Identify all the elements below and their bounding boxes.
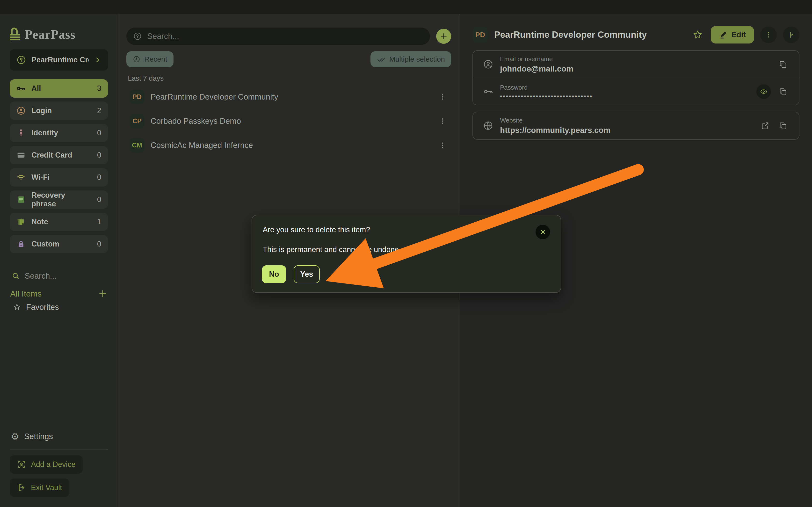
category-nav: All 3 Login 2 xyxy=(10,79,108,253)
all-items-row: All Items xyxy=(10,288,108,300)
favorites-label: Favorites xyxy=(26,302,59,312)
all-items-label[interactable]: All Items xyxy=(10,289,98,298)
vault-keyhole-icon xyxy=(16,55,26,65)
settings-button[interactable]: ⚙ Settings xyxy=(10,430,108,443)
list-search-input[interactable] xyxy=(147,32,423,41)
sidebar-item-count: 1 xyxy=(97,218,101,226)
add-device-label: Add a Device xyxy=(31,460,75,469)
more-options-button[interactable] xyxy=(760,26,777,43)
sidebar-item-label: Recovery phrase xyxy=(32,191,91,208)
globe-icon xyxy=(483,121,493,131)
recovery-document-icon xyxy=(16,195,25,204)
sidebar-item-recovery-phrase[interactable]: Recovery phrase 0 xyxy=(10,190,108,209)
sidebar-item-identity[interactable]: Identity 0 xyxy=(10,124,108,142)
collapse-panel-icon xyxy=(787,31,795,39)
delete-confirmation-dialog: Are you sure to delete this item? This i… xyxy=(251,215,561,293)
item-avatar: CM xyxy=(130,138,144,153)
list-item[interactable]: CP Corbado Passkeys Demo xyxy=(126,109,451,133)
kebab-icon xyxy=(765,31,772,39)
window-titlebar xyxy=(0,0,812,14)
add-device-button[interactable]: Add a Device xyxy=(10,455,83,474)
multiple-selection-chip[interactable]: Multiple selection xyxy=(370,51,451,67)
sidebar-search-input[interactable] xyxy=(25,271,106,281)
recent-chip-label: Recent xyxy=(144,55,167,63)
edit-button[interactable]: Edit xyxy=(711,26,754,44)
vault-name: PearRuntime Cre... xyxy=(32,56,89,64)
chevron-right-icon xyxy=(94,56,101,64)
sidebar-item-count: 0 xyxy=(97,128,101,137)
favorite-star-icon[interactable] xyxy=(691,28,704,42)
sidebar-item-label: All xyxy=(32,84,91,93)
key-icon xyxy=(483,87,493,97)
sidebar-item-label: Identity xyxy=(32,128,91,137)
dialog-question: Are you sure to delete this item? xyxy=(263,225,370,234)
reveal-password-button[interactable] xyxy=(756,84,771,99)
sidebar-search[interactable] xyxy=(10,270,108,282)
sidebar-item-count: 2 xyxy=(97,106,101,115)
sidebar-item-note[interactable]: Note 1 xyxy=(10,213,108,231)
list-item[interactable]: PD PearRuntime Developer Community xyxy=(126,85,451,109)
password-field-row: Password ••••••••••••••••••••••••••••••• xyxy=(473,78,799,105)
dialog-close-button[interactable] xyxy=(535,225,550,239)
scan-person-icon xyxy=(17,460,26,469)
sidebar: PearPass PearRuntime Cre... xyxy=(0,14,118,507)
wifi-icon xyxy=(16,173,25,182)
add-item-plus-icon[interactable] xyxy=(98,289,108,298)
item-avatar: CP xyxy=(130,114,144,128)
sidebar-item-label: Login xyxy=(32,106,91,115)
sidebar-item-all[interactable]: All 3 xyxy=(10,79,108,98)
pencil-icon xyxy=(719,31,727,39)
sidebar-item-count: 0 xyxy=(97,195,101,204)
copy-website-icon[interactable] xyxy=(777,120,789,131)
email-value: johndoe@mail.com xyxy=(500,64,770,73)
collapse-panel-button[interactable] xyxy=(783,26,800,43)
sidebar-item-wifi[interactable]: Wi-Fi 0 xyxy=(10,168,108,186)
copy-email-icon[interactable] xyxy=(777,58,789,70)
clock-icon xyxy=(133,55,140,63)
exit-icon xyxy=(17,483,26,492)
sidebar-item-credit-card[interactable]: Credit Card 0 xyxy=(10,146,108,164)
vault-selector[interactable]: PearRuntime Cre... xyxy=(10,49,108,70)
recent-filter-chip[interactable]: Recent xyxy=(126,51,174,67)
sidebar-divider xyxy=(10,449,108,449)
sidebar-item-login[interactable]: Login 2 xyxy=(10,102,108,120)
yes-button[interactable]: Yes xyxy=(294,265,320,283)
exit-vault-button[interactable]: Exit Vault xyxy=(10,478,69,497)
gear-icon: ⚙ xyxy=(11,432,19,441)
identity-person-icon xyxy=(16,128,25,137)
dialog-warning: This is permanent and cannot be undone xyxy=(263,245,399,254)
sidebar-item-count: 0 xyxy=(97,151,101,160)
credentials-card: Email or username johndoe@mail.com xyxy=(472,50,800,105)
padlock-icon xyxy=(16,239,25,249)
eye-icon xyxy=(760,88,768,96)
section-label: Last 7 days xyxy=(126,74,451,82)
password-label: Password xyxy=(500,84,750,91)
plus-icon xyxy=(440,32,448,40)
credential-list: PD PearRuntime Developer Community CP Co… xyxy=(126,85,451,157)
star-icon xyxy=(13,303,21,311)
item-menu-kebab-icon[interactable] xyxy=(437,138,448,153)
sidebar-item-custom[interactable]: Custom 0 xyxy=(10,235,108,253)
no-button[interactable]: No xyxy=(262,265,286,283)
credit-card-icon xyxy=(16,151,25,160)
user-circle-icon xyxy=(483,59,493,69)
open-link-icon[interactable] xyxy=(759,120,771,131)
sidebar-item-count: 0 xyxy=(97,173,101,182)
copy-password-icon[interactable] xyxy=(777,86,789,97)
detail-avatar: PD xyxy=(472,27,488,43)
list-search-bar[interactable] xyxy=(126,27,430,45)
item-menu-kebab-icon[interactable] xyxy=(437,90,448,104)
website-field-row: Website https://community.pears.com xyxy=(473,112,799,139)
item-title: CosmicAc Managed Infernce xyxy=(151,140,431,150)
double-check-icon xyxy=(377,55,386,64)
favorites-row[interactable]: Favorites xyxy=(10,301,108,313)
website-value: https://community.pears.com xyxy=(500,126,753,135)
email-label: Email or username xyxy=(500,55,770,63)
search-icon xyxy=(12,272,20,280)
edit-label: Edit xyxy=(732,31,746,39)
search-keyhole-icon xyxy=(133,32,142,41)
person-circle-icon xyxy=(16,106,25,115)
item-menu-kebab-icon[interactable] xyxy=(437,114,448,128)
list-item[interactable]: CM CosmicAc Managed Infernce xyxy=(126,133,451,157)
add-entry-button[interactable] xyxy=(436,29,451,44)
